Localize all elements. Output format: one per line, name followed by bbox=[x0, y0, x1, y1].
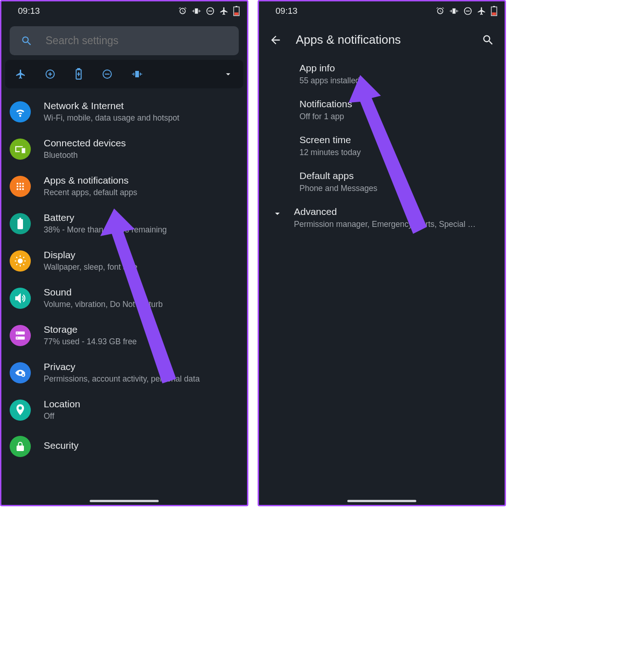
setting-subtitle: 38% - More than 2 days remaining bbox=[44, 225, 167, 235]
apps-header: Apps & notifications bbox=[259, 20, 505, 56]
row-app-info[interactable]: App info 55 apps installed bbox=[259, 56, 505, 92]
row-subtitle: Phone and Messages bbox=[299, 184, 495, 193]
svg-point-10 bbox=[19, 183, 21, 185]
data-saver-tile-icon[interactable] bbox=[45, 69, 56, 80]
setting-title: Network & Internet bbox=[44, 100, 179, 111]
row-screen-time[interactable]: Screen time 12 minutes today bbox=[259, 128, 505, 164]
setting-title: Location bbox=[44, 399, 80, 410]
setting-title: Security bbox=[44, 440, 79, 451]
sound-icon bbox=[10, 288, 31, 309]
svg-point-15 bbox=[17, 188, 18, 190]
battery-tile-icon[interactable] bbox=[74, 68, 83, 80]
airplane-icon bbox=[219, 6, 229, 16]
setting-row-battery[interactable]: Battery 38% - More than 2 days remaining bbox=[1, 205, 247, 242]
setting-subtitle: Off bbox=[44, 411, 80, 421]
airplane-icon bbox=[477, 6, 486, 16]
row-title: Screen time bbox=[299, 134, 495, 145]
nav-handle[interactable] bbox=[347, 500, 416, 502]
svg-rect-4 bbox=[235, 12, 239, 15]
phone-left-settings: 09:13 Network & Internet Wi-Fi, mobile, … bbox=[0, 0, 248, 506]
row-subtitle: Permission manager, Emergency alerts, Sp… bbox=[294, 220, 478, 229]
chevron-down-icon bbox=[272, 208, 283, 219]
quick-tiles-row bbox=[5, 60, 243, 88]
svg-rect-1 bbox=[208, 11, 212, 12]
setting-subtitle: Permissions, account activity, personal … bbox=[44, 374, 200, 384]
devices-icon bbox=[10, 139, 31, 160]
setting-row-privacy[interactable]: Privacy Permissions, account activity, p… bbox=[1, 354, 247, 391]
vibrate-icon bbox=[449, 6, 459, 16]
row-subtitle: 55 apps installed bbox=[299, 76, 495, 86]
vibrate-icon bbox=[192, 6, 201, 16]
svg-rect-30 bbox=[466, 11, 470, 12]
status-bar: 09:13 bbox=[259, 1, 505, 20]
storage-icon bbox=[10, 325, 31, 346]
setting-row-sound[interactable]: Sound Volume, vibration, Do Not Disturb bbox=[1, 279, 247, 317]
privacy-icon bbox=[10, 362, 31, 383]
page-title: Apps & notifications bbox=[296, 33, 468, 47]
row-default-apps[interactable]: Default apps Phone and Messages bbox=[259, 164, 505, 200]
setting-title: Privacy bbox=[44, 361, 200, 372]
svg-point-24 bbox=[17, 337, 17, 338]
svg-point-13 bbox=[19, 185, 21, 187]
setting-row-connected[interactable]: Connected devices Bluetooth bbox=[1, 130, 247, 168]
setting-title: Connected devices bbox=[44, 138, 126, 149]
security-icon bbox=[10, 436, 31, 457]
search-icon bbox=[21, 35, 33, 47]
dnd-icon bbox=[206, 6, 215, 16]
svg-rect-33 bbox=[492, 12, 496, 15]
svg-point-20 bbox=[18, 258, 23, 263]
setting-subtitle: Wallpaper, sleep, font size bbox=[44, 262, 138, 272]
row-title: Notifications bbox=[299, 98, 495, 110]
nav-handle[interactable] bbox=[90, 500, 159, 502]
setting-title: Display bbox=[44, 249, 138, 261]
row-title: Default apps bbox=[299, 170, 495, 181]
svg-point-17 bbox=[22, 188, 24, 190]
setting-title: Sound bbox=[44, 287, 163, 298]
setting-row-network[interactable]: Network & Internet Wi-Fi, mobile, data u… bbox=[1, 93, 247, 130]
dnd-tile-icon[interactable] bbox=[102, 69, 113, 80]
row-title: Advanced bbox=[294, 206, 478, 217]
dnd-icon bbox=[463, 6, 472, 16]
svg-point-14 bbox=[22, 185, 24, 187]
setting-subtitle: Bluetooth bbox=[44, 151, 126, 160]
status-icons bbox=[178, 6, 240, 16]
vibrate-tile-icon[interactable] bbox=[131, 69, 143, 80]
svg-point-23 bbox=[17, 332, 17, 333]
svg-point-12 bbox=[17, 185, 18, 187]
setting-row-location[interactable]: Location Off bbox=[1, 391, 247, 429]
setting-subtitle: Volume, vibration, Do Not Disturb bbox=[44, 300, 163, 309]
svg-point-16 bbox=[19, 188, 21, 190]
svg-point-9 bbox=[17, 183, 18, 185]
setting-title: Apps & notifications bbox=[44, 175, 137, 186]
setting-subtitle: 77% used - 14.93 GB free bbox=[44, 337, 137, 347]
airplane-tile-icon[interactable] bbox=[15, 69, 26, 80]
row-subtitle: 12 minutes today bbox=[299, 148, 495, 157]
svg-rect-19 bbox=[17, 219, 23, 229]
setting-row-apps[interactable]: Apps & notifications Recent apps, defaul… bbox=[1, 168, 247, 205]
status-bar: 09:13 bbox=[1, 1, 247, 20]
setting-title: Battery bbox=[44, 212, 167, 223]
svg-point-11 bbox=[22, 183, 24, 185]
search-icon[interactable] bbox=[482, 34, 494, 46]
svg-point-25 bbox=[19, 371, 22, 374]
setting-row-display[interactable]: Display Wallpaper, sleep, font size bbox=[1, 242, 247, 279]
wifi-icon bbox=[10, 101, 31, 122]
back-icon[interactable] bbox=[269, 34, 282, 46]
display-icon bbox=[10, 250, 31, 272]
row-notifications[interactable]: Notifications Off for 1 app bbox=[259, 92, 505, 128]
row-title: App info bbox=[299, 63, 495, 74]
svg-rect-7 bbox=[78, 68, 80, 69]
alarm-icon bbox=[178, 6, 187, 16]
setting-title: Storage bbox=[44, 324, 137, 335]
row-advanced[interactable]: Advanced Permission manager, Emergency a… bbox=[259, 200, 505, 236]
setting-row-security[interactable]: Security bbox=[1, 429, 247, 459]
search-input[interactable] bbox=[46, 35, 228, 47]
setting-row-storage[interactable]: Storage 77% used - 14.93 GB free bbox=[1, 317, 247, 354]
alarm-icon bbox=[436, 6, 445, 16]
location-icon bbox=[10, 400, 31, 421]
battery-icon bbox=[491, 6, 497, 16]
search-settings[interactable] bbox=[10, 26, 239, 55]
phone-right-apps: 09:13 Apps & notifications App info 55 a… bbox=[258, 0, 506, 506]
svg-rect-18 bbox=[19, 218, 21, 219]
expand-tiles-icon[interactable] bbox=[223, 69, 233, 79]
